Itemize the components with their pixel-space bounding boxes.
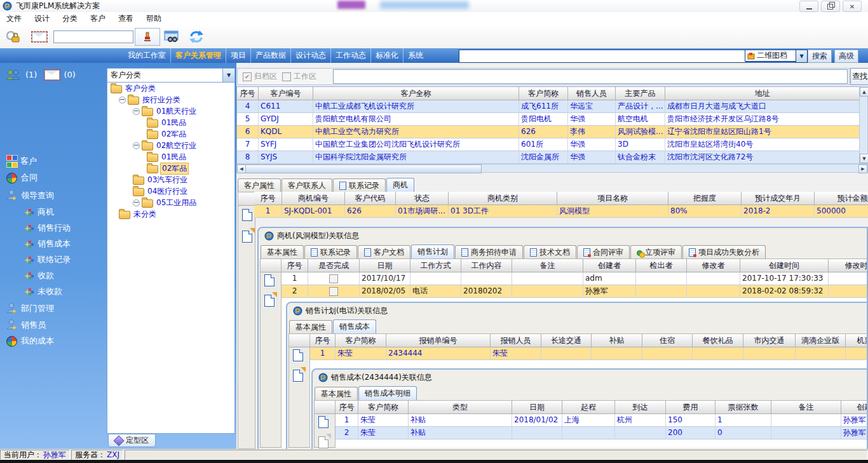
column-header[interactable]: 把握度: [668, 192, 742, 205]
column-header[interactable]: 销售人员: [568, 87, 616, 100]
tree-expander[interactable]: [133, 199, 140, 206]
column-header[interactable]: 检出者: [636, 259, 687, 272]
cost-detail-row[interactable]: 1朱莹补贴2018/01/02上海杭州1501孙雅军: [336, 414, 867, 427]
work-zone-checkbox[interactable]: [282, 72, 291, 81]
column-header[interactable]: 餐饮礼品: [693, 334, 743, 347]
tab-product-data[interactable]: 产品数据: [251, 48, 291, 63]
scroll-up-button[interactable]: ▲: [860, 87, 868, 97]
find-in-window-icon[interactable]: [164, 30, 179, 43]
column-header[interactable]: 修改时间: [829, 259, 867, 272]
tab-basic-props[interactable]: 基本属性: [261, 245, 304, 258]
column-header[interactable]: 机票: [846, 334, 867, 347]
menu-category[interactable]: 分类: [56, 13, 84, 24]
tab-standardization[interactable]: 标准化: [371, 48, 403, 63]
tab-project-approval[interactable]: 立项评审: [630, 245, 682, 258]
menu-help[interactable]: 帮助: [140, 13, 168, 24]
tab-basic-props[interactable]: 基本属性: [289, 320, 332, 333]
column-header[interactable]: 费用: [666, 401, 715, 414]
customer-row[interactable]: 5GYDJ贵阳航空电机有限公司贵阳电机华强航空电机贵阳市经济技术开发区乌江路8号: [237, 113, 860, 126]
new-record-icon[interactable]: [242, 209, 252, 221]
tab-work-activity[interactable]: 工作动态: [331, 48, 371, 63]
tab-sales-plan[interactable]: 销售计划: [411, 245, 454, 258]
column-header[interactable]: 客户简称: [336, 334, 386, 347]
dock-tab-finalized-zone[interactable]: 定型区: [108, 434, 156, 447]
tree-node-by-industry[interactable]: 按行业分类: [107, 94, 234, 105]
column-header[interactable]: 起程: [562, 401, 615, 414]
minimize-button[interactable]: [799, 1, 818, 12]
sidebar-item-opportunities[interactable]: + 商机: [24, 206, 54, 218]
column-header[interactable]: 创建者: [583, 259, 636, 272]
refresh-icon[interactable]: [188, 30, 205, 44]
tree-node-aviation[interactable]: 02航空行业: [107, 140, 234, 151]
tab-crm[interactable]: 客户关系管理: [171, 48, 226, 63]
open-record-icon[interactable]: [264, 295, 275, 307]
tree-combo[interactable]: 客户分类 ▼: [107, 69, 234, 83]
tab-sales-cost[interactable]: 销售成本: [333, 319, 376, 333]
tree-node-root[interactable]: 客户分类: [107, 83, 234, 94]
sidebar-mail-icon[interactable]: [44, 70, 60, 80]
column-header[interactable]: 项目名称: [557, 192, 668, 205]
column-header[interactable]: 工作方式: [410, 259, 461, 272]
tab-business-reception[interactable]: 商务招待申请: [455, 245, 523, 258]
lock-icon[interactable]: [5, 30, 22, 44]
tab-sales-cost-detail[interactable]: 销售成本明细: [358, 386, 417, 400]
column-header[interactable]: 工作内容: [461, 259, 512, 272]
column-header[interactable]: 备注: [771, 401, 841, 414]
tree-node-civil-2[interactable]: 01民品: [107, 151, 234, 163]
sidebar-item-unpaid[interactable]: + 未收款: [24, 286, 62, 297]
close-button[interactable]: ✕: [843, 1, 862, 12]
tab-technical-docs[interactable]: 技术文档: [524, 245, 576, 258]
tree-node-industrial[interactable]: 05工业用品: [107, 197, 234, 208]
sidebar-item-my-cost[interactable]: 我的成本: [6, 335, 54, 347]
advanced-search-button[interactable]: 高级: [834, 50, 858, 63]
customer-filter-input[interactable]: [333, 69, 848, 84]
column-header[interactable]: 创建时间: [740, 259, 829, 272]
new-record-icon[interactable]: [264, 274, 275, 286]
tree-expander[interactable]: [133, 108, 140, 115]
tab-my-workspace[interactable]: 我的工作室: [123, 48, 171, 63]
search-type-combo[interactable]: 二维图档: [745, 50, 797, 62]
scroll-right-button[interactable]: ▶: [858, 164, 867, 173]
sidebar-item-sales-cost[interactable]: + 销售成本: [24, 238, 71, 250]
customer-row[interactable]: 4C611中航工业成都飞机设计研究所成飞611所华远宝产品设计，...成都市日月…: [237, 100, 860, 113]
tree-expander[interactable]: [133, 142, 140, 149]
column-header[interactable]: 是否完成: [308, 259, 360, 272]
sidebar-item-leader-query[interactable]: ★ 领导查询: [6, 189, 54, 202]
column-header[interactable]: 报销人员: [491, 334, 541, 347]
customers-vertical-scrollbar[interactable]: ▲ ▼: [859, 86, 868, 164]
column-header[interactable]: 修改者: [687, 259, 740, 272]
column-header[interactable]: 主要产品: [616, 87, 665, 100]
column-header[interactable]: 商机编号: [282, 192, 345, 205]
tab-customer-props[interactable]: 客户属性: [238, 178, 281, 192]
column-header[interactable]: 市内交通: [743, 334, 796, 347]
sales-plan-row-selected[interactable]: 2 2018/02/05电话20180202孙雅军2018-02-02 08:5…: [281, 285, 867, 298]
column-header[interactable]: 客户代码: [345, 192, 396, 205]
column-header[interactable]: 票据张数: [715, 401, 771, 414]
tab-contract-review[interactable]: 合同评审: [577, 245, 630, 258]
customer-row[interactable]: 7SYFJ中国航空工业集团公司沈阳飞机设计研究所601所华强3D沈阳市皇姑区塔湾…: [237, 138, 860, 151]
column-header[interactable]: 创建者: [841, 401, 867, 414]
column-header[interactable]: 客户编号: [259, 87, 313, 100]
sales-plan-row[interactable]: 1 2017/10/17adm2017-10-17 17:30:33: [281, 272, 867, 285]
tab-design-activity[interactable]: 设计动态: [291, 48, 331, 63]
sidebar-item-customers[interactable]: 客户: [6, 155, 37, 168]
column-header[interactable]: 序号: [336, 401, 358, 414]
tree-combo-dropdown[interactable]: ▼: [222, 69, 234, 82]
column-header[interactable]: 地址: [665, 87, 860, 100]
column-header[interactable]: 到达: [615, 401, 666, 414]
sidebar-item-sales-actions[interactable]: + 销售行动: [24, 222, 71, 234]
tree-node-civil-1[interactable]: 01民品: [107, 117, 234, 128]
menu-customer[interactable]: 客户: [84, 13, 112, 24]
column-header[interactable]: 序号: [237, 87, 259, 100]
scrollbar-thumb[interactable]: [245, 164, 482, 173]
tab-opportunity[interactable]: 商机: [386, 178, 414, 192]
new-record-icon[interactable]: [318, 416, 329, 428]
sidebar-item-receipts[interactable]: + 收款: [24, 270, 54, 281]
column-header[interactable]: 补贴: [592, 334, 642, 347]
sidebar-item-department-mgmt[interactable]: ★ 部门管理: [6, 302, 54, 315]
global-search-input[interactable]: [459, 50, 746, 63]
column-header[interactable]: 序号: [310, 334, 336, 347]
sidebar-item-salesperson[interactable]: ★ 销售员: [6, 319, 46, 332]
column-header[interactable]: 客户全称: [313, 87, 519, 100]
find-button[interactable]: 查找: [850, 68, 868, 85]
